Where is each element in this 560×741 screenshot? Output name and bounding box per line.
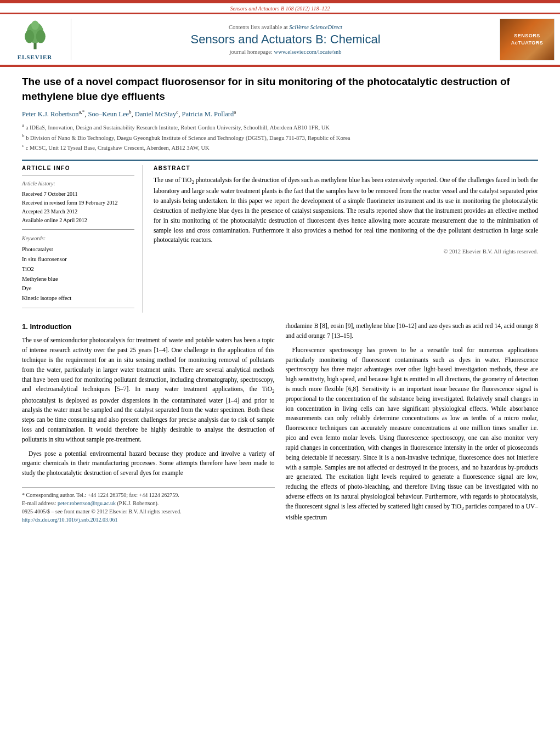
- sensors-actuators-logo: SENSORSAcTUATORS: [500, 19, 555, 60]
- body-content: 1. Introduction The use of semiconductor…: [22, 321, 538, 527]
- affiliation-b: b b Division of Nano & Bio Technology, D…: [22, 132, 538, 142]
- elsevier-wordmark: ELSEVIER: [18, 54, 53, 60]
- intro-para-4: Fluorescence spectroscopy has proven to …: [286, 346, 539, 523]
- keyword-3: Methylene blue: [22, 274, 134, 284]
- abstract-column: ABSTRACT The use of TiO2 photocatalysis …: [154, 165, 538, 313]
- article-title: The use of a novel compact fluorosensor …: [22, 75, 538, 104]
- abstract-text: The use of TiO2 photocatalysis for the d…: [154, 176, 538, 245]
- journal-homepage-label: journal homepage:: [229, 49, 274, 55]
- footnote-email-label: E-mail address:: [22, 500, 58, 506]
- body-right-col: rhodamine B [8], eosin [9], methylene bl…: [286, 321, 539, 527]
- keyword-1: In situ fluorosensor: [22, 254, 134, 264]
- intro-para-3: rhodamine B [8], eosin [9], methylene bl…: [286, 321, 539, 341]
- author-robertson: Peter K.J. Robertson: [22, 110, 78, 118]
- footnote-email: E-mail address: peter.robertson@rgu.ac.u…: [22, 499, 275, 507]
- article-info-column: ARTICLE INFO Article history: Received 7…: [22, 165, 143, 313]
- article-info-abstract: ARTICLE INFO Article history: Received 7…: [22, 160, 538, 313]
- svg-point-3: [36, 30, 45, 43]
- footnote-corresponding: * Corresponding author. Tel.: +44 1224 2…: [22, 491, 275, 499]
- journal-header: ELSEVIER Contents lists available at Sci…: [0, 14, 560, 66]
- authors-line: Peter K.J. Robertsona,*, Soo–Keun Leeb, …: [22, 109, 538, 118]
- accepted-date: Accepted 23 March 2012: [22, 207, 134, 216]
- journal-ref-bar: Sensors and Actuators B 168 (2012) 118–1…: [0, 3, 560, 13]
- sensors-logo-text: SENSORSAcTUATORS: [511, 32, 544, 46]
- article-history-heading: Article history:: [22, 180, 134, 186]
- keyword-0: Photocatalyst: [22, 245, 134, 254]
- abstract-heading: ABSTRACT: [154, 165, 538, 171]
- page: Sensors and Actuators B 168 (2012) 118–1…: [0, 0, 560, 741]
- intro-para-2: Dyes pose a potential environmental haza…: [22, 449, 275, 478]
- elsevier-logo-area: ELSEVIER: [5, 19, 71, 60]
- available-online-date: Available online 2 April 2012: [22, 216, 134, 225]
- journal-ref-text: Sensors and Actuators B 168 (2012) 118–1…: [230, 5, 330, 12]
- affiliation-a: a a IDEaS, Innovation, Design and Sustai…: [22, 122, 538, 132]
- article-info-heading: ARTICLE INFO: [22, 165, 134, 171]
- body-left-col: 1. Introduction The use of semiconductor…: [22, 321, 275, 527]
- intro-section-title: 1. Introduction: [22, 321, 275, 332]
- footnote-email-link[interactable]: peter.robertson@rgu.ac.uk: [58, 500, 116, 506]
- footnote-email-name: (P.K.J. Robertson).: [117, 500, 159, 506]
- keyword-4: Dye: [22, 284, 134, 293]
- keyword-5: Kinetic isotope effect: [22, 293, 134, 303]
- author-mcstay: Daniel McStay: [135, 110, 176, 118]
- affiliations: a a IDEaS, Innovation, Design and Sustai…: [22, 122, 538, 152]
- author-lee: Soo–Keun Lee: [88, 110, 129, 118]
- sciverse-link[interactable]: SciVerse ScienceDirect: [289, 24, 342, 30]
- intro-para-1: The use of semiconductor photocatalysis …: [22, 336, 275, 444]
- doi-link[interactable]: http://dx.doi.org/10.1016/j.snb.2012.03.…: [22, 517, 118, 523]
- footnote-issn: 0925-4005/$ – see front matter © 2012 El…: [22, 507, 275, 516]
- elsevier-tree-icon: [19, 19, 52, 52]
- article-info-divider: [22, 176, 134, 176]
- sciverse-line: Contents lists available at SciVerse Sci…: [229, 24, 342, 30]
- svg-point-4: [31, 20, 39, 30]
- keyword-2: TiO2: [22, 264, 134, 274]
- article-content: The use of a novel compact fluorosensor …: [0, 67, 560, 535]
- journal-title-area: Contents lists available at SciVerse Sci…: [77, 19, 494, 60]
- keywords-end-divider: [22, 308, 134, 308]
- author-pollard: Patricia M. Pollard: [182, 110, 234, 118]
- keywords-section: Keywords: Photocatalyst In situ fluorose…: [22, 235, 134, 303]
- svg-rect-0: [33, 42, 36, 49]
- journal-main-title: Sensors and Actuators B: Chemical: [190, 32, 380, 47]
- footnote-area: * Corresponding author. Tel.: +44 1224 2…: [22, 487, 275, 524]
- keywords-heading: Keywords:: [22, 235, 134, 241]
- footnote-doi: http://dx.doi.org/10.1016/j.snb.2012.03.…: [22, 516, 275, 524]
- received-date: Received 7 October 2011: [22, 190, 134, 199]
- affiliation-c: c c MCSC, Unit 12 Tyseal Base, Craigshaw…: [22, 142, 538, 152]
- journal-homepage-link[interactable]: www.elsevier.com/locate/snb: [274, 49, 342, 55]
- journal-homepage-line: journal homepage: www.elsevier.com/locat…: [229, 49, 341, 55]
- and-text: and: [418, 323, 427, 329]
- copyright-text: © 2012 Elsevier B.V. All rights reserved…: [154, 248, 538, 254]
- sciverse-text: Contents lists available at: [229, 24, 289, 30]
- keywords-divider: [22, 229, 134, 230]
- svg-point-2: [25, 30, 34, 43]
- revised-date: Received in revised form 19 February 201…: [22, 199, 134, 207]
